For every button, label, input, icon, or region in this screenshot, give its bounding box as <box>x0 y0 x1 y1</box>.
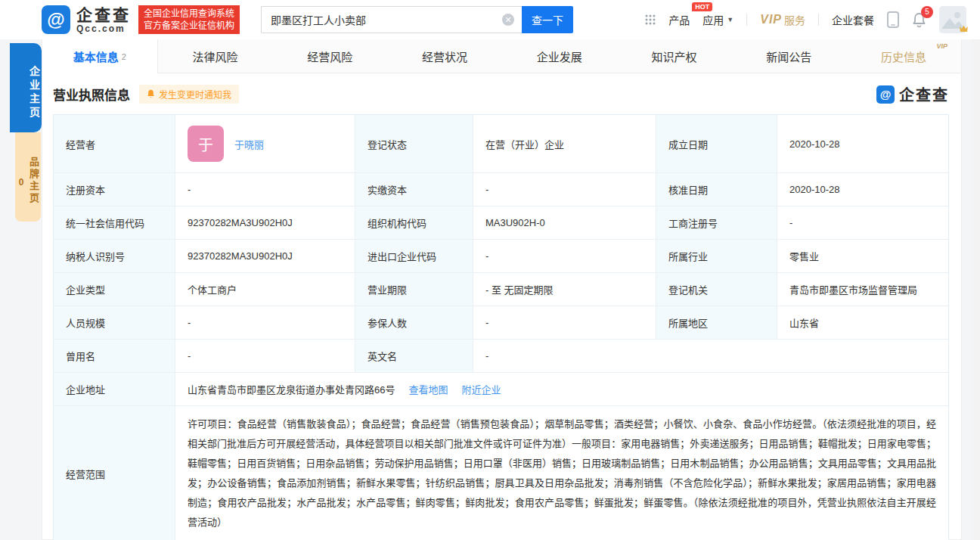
user-avatar[interactable] <box>939 6 966 33</box>
nav-divider <box>746 14 747 26</box>
company-address: 山东省青岛市即墨区龙泉街道办事处青冈路66号 <box>188 382 395 396</box>
vip-service-label: 服务 <box>784 12 805 27</box>
field-label: 实缴资本 <box>355 172 473 206</box>
field-label: 经营范围 <box>54 405 175 540</box>
section-title: 营业执照信息 <box>53 85 130 104</box>
tab-history-info-label: 历史信息 <box>881 48 926 64</box>
top-nav: 产品 HOT 应用 ▼ VIP 服务 企业套餐 5 <box>645 6 966 33</box>
field-value: 92370282MA3U902H0J <box>175 206 355 239</box>
clear-search-icon[interactable]: ✕ <box>502 14 514 26</box>
field-value: 2020-10-28 <box>777 115 948 172</box>
field-label: 注册资本 <box>54 172 175 206</box>
view-map-link[interactable]: 查看地图 <box>408 382 448 396</box>
credit-system-badge: 全国企业信用查询系统 官方备案企业征信机构 <box>138 5 240 34</box>
field-value: - <box>175 306 355 339</box>
field-label: 所属地区 <box>656 306 777 339</box>
change-notify-label: 发生变更时通知我 <box>159 88 231 101</box>
badge-line-1: 全国企业信用查询系统 <box>144 8 234 20</box>
field-value: - <box>473 339 948 372</box>
mobile-app-icon[interactable] <box>887 11 899 28</box>
notification-bell-icon[interactable]: 5 <box>912 12 926 28</box>
vip-crown-icon <box>959 22 969 36</box>
company-address-cell: 山东省青岛市即墨区龙泉街道办事处青冈路66号 查看地图 附近企业 <box>175 372 948 405</box>
main-area: 企业主页 品牌主页 0 基本信息 2 法律风险 经营风险 经营状况 企业发展 知… <box>0 39 980 540</box>
field-value: - <box>473 172 656 206</box>
field-label: 企业类型 <box>54 272 175 306</box>
field-value: 青岛市即墨区市场监督管理局 <box>777 272 948 306</box>
notification-count-badge: 5 <box>921 6 933 18</box>
search-button[interactable]: 查一下 <box>522 6 573 33</box>
field-label: 经营者 <box>54 115 175 172</box>
field-value: 92370282MA3U902H0J <box>175 239 355 272</box>
field-value: 山东省 <box>777 306 948 339</box>
vip-logo: VIP <box>760 13 782 26</box>
tab-operation-risk[interactable]: 经营风险 <box>273 39 388 73</box>
qcc-watermark-icon: @ <box>876 85 895 104</box>
nav-apps[interactable]: 应用 ▼ <box>702 12 733 27</box>
qcc-logo[interactable]: @ 企查查 Qcc.com <box>42 5 131 34</box>
field-value: 2020-10-28 <box>777 172 948 206</box>
nav-enterprise-package[interactable]: 企业套餐 <box>832 12 874 27</box>
field-label: 营业期限 <box>355 272 473 306</box>
tab-basic-info-badge: 2 <box>122 52 126 61</box>
search-input[interactable] <box>271 14 502 26</box>
bell-icon <box>147 89 155 99</box>
tab-news[interactable]: 新闻公告 <box>732 39 847 73</box>
qcc-watermark: @ 企查查 <box>876 83 949 105</box>
business-scope-text: 许可项目：食品经营（销售散装食品）；食品经营；食品经营（销售预包装食品）；烟草制… <box>175 405 948 540</box>
badge-line-2: 官方备案企业征信机构 <box>144 20 234 32</box>
tab-intellectual-property[interactable]: 知识产权 <box>617 39 732 73</box>
field-value: 在营（开业）企业 <box>473 115 656 172</box>
operator-avatar[interactable]: 于 <box>188 126 224 162</box>
brand-home-count: 0 <box>16 144 26 222</box>
nav-product[interactable]: 产品 HOT <box>668 12 690 27</box>
hot-badge: HOT <box>692 2 712 11</box>
tab-company-development[interactable]: 企业发展 <box>502 39 617 73</box>
business-license-table: 经营者 于 于晓丽 登记状态 在营（开业）企业 成立日期 2020-10-28 … <box>53 114 949 540</box>
nav-apps-label: 应用 <box>702 12 724 27</box>
tab-history-info[interactable]: 历史信息 VIP <box>846 39 961 73</box>
tab-legal-risk[interactable]: 法律风险 <box>158 39 273 73</box>
field-value: - <box>175 339 355 372</box>
operator-name-link[interactable]: 于晓丽 <box>234 137 264 151</box>
field-value: - <box>473 306 656 339</box>
field-label: 登记状态 <box>355 115 473 172</box>
tab-basic-info-label: 基本信息 <box>73 48 119 64</box>
field-label: 曾用名 <box>54 339 175 372</box>
field-value: - <box>777 206 948 239</box>
qcc-watermark-text: 企查查 <box>899 83 949 105</box>
brand-domain: Qcc.com <box>76 24 131 33</box>
nav-product-label: 产品 <box>668 12 690 27</box>
field-label: 核准日期 <box>656 172 777 206</box>
field-label: 英文名 <box>355 339 473 372</box>
tab-operation-status[interactable]: 经营状况 <box>387 39 502 73</box>
field-value: MA3U902H-0 <box>473 206 656 239</box>
field-label: 人员规模 <box>54 306 175 339</box>
change-notify-button[interactable]: 发生变更时通知我 <box>139 85 239 104</box>
brand-name: 企查查 <box>76 7 131 23</box>
scrollbar[interactable] <box>971 39 980 540</box>
field-label: 所属行业 <box>656 239 777 272</box>
field-value: 零售业 <box>777 239 948 272</box>
field-label: 统一社会信用代码 <box>54 206 175 239</box>
field-label: 参保人数 <box>355 306 473 339</box>
field-label: 登记机关 <box>656 272 777 306</box>
sidebar-item-brand-home[interactable]: 品牌主页 0 <box>15 132 41 222</box>
tab-basic-info[interactable]: 基本信息 2 <box>42 39 158 73</box>
nav-vip-service[interactable]: VIP 服务 <box>760 12 805 27</box>
field-label: 工商注册号 <box>656 206 777 239</box>
business-license-section: 营业执照信息 发生变更时通知我 @ 企查查 经营者 于 于晓丽 <box>42 73 961 540</box>
field-label: 进出口企业代码 <box>355 239 473 272</box>
vip-tag: VIP <box>936 42 947 50</box>
chevron-down-icon: ▼ <box>727 16 733 23</box>
brand-home-label: 品牌主页 <box>28 157 39 205</box>
search-bar: ✕ 查一下 <box>261 6 573 33</box>
company-detail-card: 基本信息 2 法律风险 经营风险 经营状况 企业发展 知识产权 新闻公告 历史信… <box>42 39 962 540</box>
sidebar-item-company-home[interactable]: 企业主页 <box>10 43 42 132</box>
nearby-companies-link[interactable]: 附近企业 <box>461 382 501 396</box>
operator-cell: 于 于晓丽 <box>175 115 355 172</box>
field-label: 纳税人识别号 <box>54 239 175 272</box>
top-bar: @ 企查查 Qcc.com 全国企业信用查询系统 官方备案企业征信机构 ✕ 查一… <box>0 0 980 39</box>
grid-apps-icon[interactable] <box>645 14 656 25</box>
field-label: 成立日期 <box>656 115 777 172</box>
